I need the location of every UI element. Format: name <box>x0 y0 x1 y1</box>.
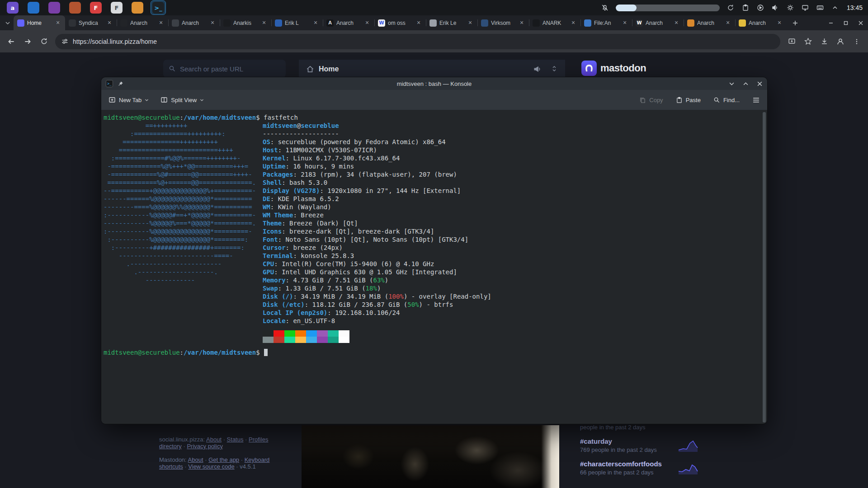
updates-icon[interactable] <box>726 4 735 12</box>
expand-tray-chevron-icon[interactable] <box>831 4 839 12</box>
mastodon-logo[interactable]: mastodon <box>581 61 646 76</box>
terminal-area[interactable]: midtsveen@secureblue:/var/home/midtsveen… <box>101 111 767 424</box>
browser-tab[interactable]: ANARK× <box>529 15 580 30</box>
url-text[interactable]: https://social.linux.pizza/home <box>73 38 157 45</box>
brightness-slider[interactable] <box>616 5 720 11</box>
tab-close-icon[interactable]: × <box>54 19 61 27</box>
clock[interactable]: 13:45 <box>847 4 863 11</box>
browser-tab[interactable]: File:An× <box>580 15 632 30</box>
profile-avatar-icon[interactable] <box>833 34 848 49</box>
terminal-scrollbar[interactable] <box>763 112 766 422</box>
browser-tab[interactable]: Wom oss× <box>374 15 426 30</box>
browser-menu-icon[interactable] <box>849 34 864 49</box>
trend-item[interactable]: #characterscomfortfoods66 people in the … <box>580 460 698 476</box>
tab-list-chevron-icon[interactable] <box>2 15 14 30</box>
browser-tab[interactable]: Syndica× <box>65 15 117 30</box>
tab-close-icon[interactable]: × <box>518 19 525 27</box>
pin-icon[interactable] <box>118 81 123 87</box>
column-expand-icon[interactable] <box>551 65 558 73</box>
volume-icon[interactable] <box>771 4 779 12</box>
split-view-button[interactable]: Split View <box>160 96 204 103</box>
scrollbar-thumb[interactable] <box>763 112 766 422</box>
media-play-icon[interactable] <box>756 4 764 12</box>
announcements-icon[interactable] <box>533 65 542 73</box>
paste-button[interactable]: Paste <box>676 97 701 103</box>
browser-tab[interactable]: Anarch× <box>735 15 787 30</box>
forward-icon[interactable] <box>20 34 35 49</box>
taskbar-konsole-app[interactable]: >_ <box>151 1 165 14</box>
browser-tab[interactable]: Erik Le× <box>426 15 477 30</box>
copy-button[interactable]: Copy <box>639 97 663 103</box>
site-settings-tune-icon[interactable] <box>61 38 68 45</box>
bookmark-star-icon[interactable] <box>800 34 816 49</box>
url-bar[interactable]: https://social.linux.pizza/home <box>55 34 780 49</box>
tab-close-icon[interactable]: × <box>260 19 268 27</box>
new-tab-button[interactable]: New Tab <box>108 96 149 103</box>
tab-label: Virksom <box>491 20 515 26</box>
browser-tab[interactable]: Anarkis× <box>220 15 271 30</box>
tab-close-icon[interactable]: × <box>157 19 165 27</box>
footer-link[interactable]: About <box>206 436 222 443</box>
footer-link[interactable]: Get the app <box>208 456 239 463</box>
trend-hashtag[interactable]: #characterscomfortfoods <box>580 460 662 468</box>
konsole-titlebar[interactable]: midtsveen : bash — Konsole >_ <box>101 77 767 90</box>
browser-tab[interactable]: Virksom× <box>477 15 529 30</box>
browser-tab[interactable]: Anarch× <box>117 15 168 30</box>
clipboard-icon[interactable] <box>741 4 750 12</box>
close-button[interactable] <box>853 15 868 30</box>
tab-close-icon[interactable]: × <box>724 19 731 27</box>
browser-tab[interactable]: Anarch× <box>684 15 735 30</box>
install-app-icon[interactable] <box>784 34 799 49</box>
taskbar-blue-globe-app[interactable] <box>26 1 41 14</box>
footer-link[interactable]: Status <box>227 436 244 443</box>
maximize-icon[interactable] <box>743 81 749 87</box>
taskbar-red-f-app[interactable]: F <box>89 1 103 14</box>
footer-link[interactable]: Privacy policy <box>187 443 222 450</box>
back-icon[interactable] <box>4 34 19 49</box>
restore-button[interactable] <box>838 15 853 30</box>
close-icon[interactable] <box>757 81 763 87</box>
browser-tab[interactable]: Home× <box>14 15 65 30</box>
browser-tab[interactable]: Erik L× <box>271 15 323 30</box>
tab-close-icon[interactable]: × <box>570 19 577 27</box>
footer-link[interactable]: View source code <box>188 463 234 470</box>
downloads-icon[interactable] <box>816 34 832 49</box>
home-column-header[interactable]: Home <box>299 60 565 79</box>
taskbar-orange-folder-app[interactable] <box>130 1 145 14</box>
hamburger-menu-icon[interactable] <box>752 96 760 104</box>
taskbar-light-f-app[interactable]: F <box>109 1 124 14</box>
tab-close-icon[interactable]: × <box>312 19 319 27</box>
tab-close-icon[interactable]: × <box>363 19 371 27</box>
tab-close-icon[interactable]: × <box>467 19 474 27</box>
minimize-button[interactable] <box>823 15 838 30</box>
display-icon[interactable] <box>801 4 809 12</box>
home-icon <box>306 65 314 73</box>
info-label: WM Theme <box>263 211 293 219</box>
tab-close-icon[interactable]: × <box>776 19 783 27</box>
keyboard-icon[interactable] <box>816 4 824 12</box>
browser-tab[interactable]: WAnarch× <box>632 15 684 30</box>
search-input[interactable]: Search or paste URL <box>163 60 286 78</box>
find-button[interactable]: Find... <box>713 97 740 103</box>
tab-close-icon[interactable]: × <box>106 19 113 27</box>
minimize-icon[interactable] <box>729 81 735 87</box>
palette-color <box>306 330 317 337</box>
taskbar-purple-a-app[interactable]: a <box>5 1 20 14</box>
tab-close-icon[interactable]: × <box>415 19 422 27</box>
browser-tab[interactable]: AAnarch× <box>323 15 374 30</box>
post-photo[interactable] <box>302 425 559 488</box>
tab-close-icon[interactable]: × <box>621 19 628 27</box>
new-tab-button[interactable] <box>788 16 802 30</box>
footer-link[interactable]: About <box>188 456 203 463</box>
taskbar-orange-purple-app[interactable] <box>68 1 82 14</box>
taskbar-purple-media-app[interactable] <box>47 1 61 14</box>
notifications-bell-icon[interactable] <box>601 4 609 12</box>
reload-icon[interactable] <box>36 34 52 49</box>
browser-tab[interactable]: Anarch× <box>168 15 220 30</box>
trend-item[interactable]: #caturday769 people in the past 2 days <box>580 437 698 453</box>
tab-close-icon[interactable]: × <box>673 19 680 27</box>
brightness-sun-icon[interactable] <box>786 4 794 12</box>
info-label: Font <box>263 236 278 243</box>
trend-hashtag[interactable]: #caturday <box>580 437 657 445</box>
tab-close-icon[interactable]: × <box>209 19 216 27</box>
